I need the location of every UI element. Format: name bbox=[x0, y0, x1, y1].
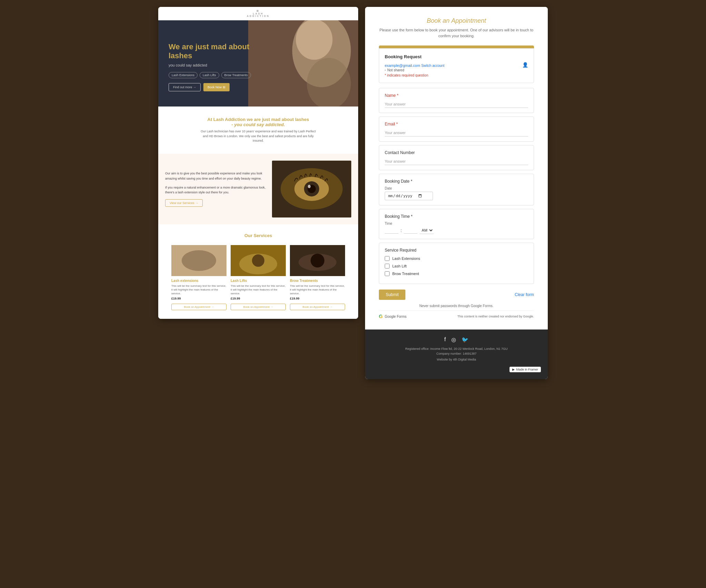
contact-field-card: Contact Number bbox=[379, 145, 534, 170]
booking-date-label: Booking Date * bbox=[385, 179, 528, 184]
service-desc-2: This will be the summary text for this s… bbox=[290, 284, 345, 296]
clear-form-button[interactable]: Clear form bbox=[515, 292, 534, 297]
hero-tag-lash-lifts[interactable]: Lash Lifts bbox=[200, 72, 219, 78]
hero-buttons: Find out more → Book Now ⊞ bbox=[169, 83, 258, 91]
form-container: Book an Appointment Please use the form … bbox=[365, 7, 548, 330]
service-required-card: Service Required Lash Extensions Lash Li… bbox=[379, 243, 534, 284]
hero-subtitle: you could say addicted bbox=[169, 63, 258, 67]
password-warning: Never submit passwords through Google Fo… bbox=[379, 304, 534, 308]
form-actions: Submit Clear form bbox=[379, 290, 534, 300]
logo-bar: ⊞ LASH ADDICTION bbox=[158, 7, 358, 20]
name-input[interactable] bbox=[385, 101, 528, 108]
mission-text-col: Our aim is to give you the best possible… bbox=[165, 171, 267, 207]
view-services-button[interactable]: View our Services → bbox=[165, 199, 203, 207]
footer-registered: Registered office: Income Flow ltd, 20-2… bbox=[372, 346, 541, 351]
framer-icon: ▶ bbox=[512, 368, 515, 371]
service-image-brow-treatments bbox=[290, 245, 345, 276]
time-hour-input[interactable] bbox=[385, 227, 399, 234]
time-sub-label: Time bbox=[385, 222, 528, 225]
service-card-lash-extensions: Lash extensions This will be the summary… bbox=[171, 245, 226, 311]
footer-website: Website by 4th Digital Media bbox=[372, 358, 541, 361]
mission-text-2: If you require a natural enhancement or … bbox=[165, 185, 267, 195]
form-heading: Book an Appointment bbox=[379, 17, 534, 24]
checkbox-brow-treatment-input[interactable] bbox=[385, 271, 390, 276]
logo: ⊞ LASH ADDICTION bbox=[247, 10, 270, 17]
services-heading: Our Services bbox=[165, 233, 351, 238]
service-name-0: Lash extensions bbox=[171, 279, 226, 283]
contact-label: Contact Number bbox=[385, 150, 528, 155]
email-label: Email * bbox=[385, 122, 528, 126]
made-in-framer-badge: ▶ Made in Framer bbox=[510, 367, 541, 372]
required-note: * indicates required question bbox=[385, 73, 528, 77]
gform-progress-bar: Booking Request example@gmail.com Switch… bbox=[379, 45, 534, 83]
name-label: Name * bbox=[385, 93, 528, 98]
about-text: Our Lash technician has over 10 years' e… bbox=[198, 129, 319, 143]
switch-account-link[interactable]: Switch account bbox=[421, 64, 444, 68]
mission-eye-image bbox=[272, 161, 351, 217]
book-lash-extensions-button[interactable]: Book an Appointment → bbox=[171, 304, 226, 310]
checkbox-lash-lift-input[interactable] bbox=[385, 264, 390, 268]
facebook-icon[interactable]: f bbox=[444, 336, 446, 343]
svg-point-17 bbox=[311, 254, 324, 267]
date-input[interactable] bbox=[385, 192, 433, 200]
svg-point-11 bbox=[182, 250, 216, 271]
google-disclaimer: This content is neither created nor endo… bbox=[457, 315, 534, 318]
find-out-more-button[interactable]: Find out more → bbox=[169, 83, 201, 91]
google-footer: G Google Forms This content is neither c… bbox=[379, 311, 534, 319]
google-logo-area: G Google Forms bbox=[379, 314, 406, 319]
mission-text-1: Our aim is to give you the best possible… bbox=[165, 171, 267, 181]
instagram-icon[interactable]: ◎ bbox=[451, 336, 456, 343]
service-image-lash-lifts bbox=[231, 245, 286, 276]
book-now-button[interactable]: Book Now ⊞ bbox=[203, 83, 230, 91]
gform-title: Booking Request bbox=[385, 54, 528, 59]
mission-section: Our aim is to give you the best possible… bbox=[158, 154, 358, 224]
svg-point-3 bbox=[296, 20, 332, 60]
service-card-brow-treatments: Brow Treatments This will be the summary… bbox=[290, 245, 345, 311]
right-panel: Book an Appointment Please use the form … bbox=[365, 7, 548, 379]
services-section: Our Services Lash extensions This will b… bbox=[158, 224, 358, 319]
service-price-1: £19.99 bbox=[231, 297, 286, 300]
email-field-card: Email * bbox=[379, 116, 534, 142]
contact-input[interactable] bbox=[385, 158, 528, 165]
twitter-icon[interactable]: 🐦 bbox=[462, 336, 468, 343]
checkbox-lash-extensions-input[interactable] bbox=[385, 256, 390, 261]
service-price-0: £19.99 bbox=[171, 297, 226, 300]
hero-tags: Lash Extensions Lash Lifts Brow Treatmen… bbox=[169, 72, 258, 78]
checkbox-lash-lift-label: Lash Lift bbox=[392, 264, 407, 268]
service-desc-0: This will be the summary text for this s… bbox=[171, 284, 226, 296]
time-colon: : bbox=[401, 228, 402, 233]
gform-header-card: Booking Request example@gmail.com Switch… bbox=[379, 48, 534, 83]
service-image-lash-extensions bbox=[171, 245, 226, 276]
service-desc-1: This will be the summary text for this s… bbox=[231, 284, 286, 296]
hero-tag-brow-treatments[interactable]: Brow Treatments bbox=[221, 72, 251, 78]
about-title: At Lash Addiction we are just mad about … bbox=[165, 117, 351, 127]
hero-tag-lash-extensions[interactable]: Lash Extensions bbox=[169, 72, 198, 78]
form-footer: Never submit passwords through Google Fo… bbox=[379, 304, 534, 319]
google-g-icon: G bbox=[379, 314, 383, 319]
email-input[interactable] bbox=[385, 129, 528, 136]
google-forms-label: Google Forms bbox=[385, 315, 406, 318]
svg-point-14 bbox=[252, 254, 264, 267]
submit-button[interactable]: Submit bbox=[379, 290, 405, 300]
service-name-1: Lash Lifts bbox=[231, 279, 286, 283]
booking-time-label: Booking Time * bbox=[385, 214, 528, 219]
book-brow-treatments-button[interactable]: Book an Appointment → bbox=[290, 304, 345, 310]
gform-account: example@gmail.com Switch account ▫ Not s… bbox=[385, 62, 528, 72]
footer-company: Company number: 14691387 bbox=[372, 351, 541, 356]
checkbox-lash-lift: Lash Lift bbox=[385, 264, 528, 268]
booking-date-card: Booking Date * Date bbox=[379, 174, 534, 205]
checkbox-lash-extensions-label: Lash Extensions bbox=[392, 256, 420, 261]
service-label: Service Required bbox=[385, 248, 528, 253]
checkbox-brow-treatment-label: Brow Treatment bbox=[392, 272, 419, 276]
service-card-lash-lifts: Lash Lifts This will be the summary text… bbox=[231, 245, 286, 311]
checkbox-lash-extensions: Lash Extensions bbox=[385, 256, 528, 261]
book-lash-lifts-button[interactable]: Book an Appointment → bbox=[231, 304, 286, 310]
footer-social-icons: f ◎ 🐦 bbox=[372, 336, 541, 343]
time-row: : AM PM bbox=[385, 227, 528, 234]
left-panel: ⊞ LASH ADDICTION We are just mad about l… bbox=[158, 7, 358, 319]
services-grid: Lash extensions This will be the summary… bbox=[165, 245, 351, 311]
time-ampm-select[interactable]: AM PM bbox=[420, 227, 434, 234]
time-minute-input[interactable] bbox=[404, 227, 417, 234]
svg-point-9 bbox=[308, 185, 311, 188]
checkbox-brow-treatment: Brow Treatment bbox=[385, 271, 528, 276]
